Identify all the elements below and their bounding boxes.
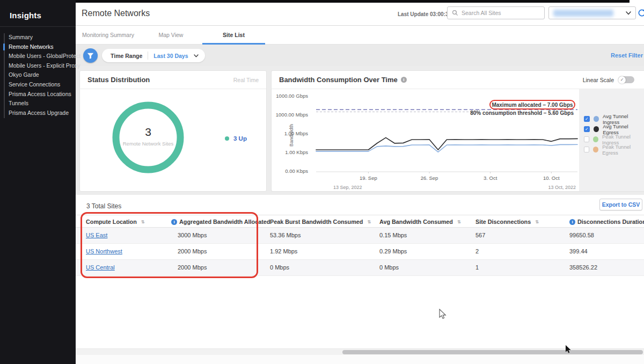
sidebar-item[interactable]: Prisma Access Locations (0, 90, 76, 99)
time-range-value[interactable]: Last 30 Days (153, 53, 188, 59)
sidebar-item[interactable]: Summary (0, 33, 76, 42)
svg-text:10. Oct: 10. Oct (543, 175, 560, 181)
info-icon[interactable]: i (401, 77, 407, 83)
tab-bar: Monitoring SummaryMap ViewSite List (76, 26, 644, 45)
chevron-down-icon (626, 11, 631, 15)
table-column-header[interactable]: i Disconnections Duration ⇅ (569, 215, 644, 228)
table-column-header[interactable]: i Peak Burst Bandwidth Consumed ⇅ (270, 215, 371, 228)
bandwidth-card: Bandwidth Consumption Over Time i Linear… (271, 70, 644, 192)
legend-item[interactable]: Avg Tunnel Ingress (579, 116, 644, 122)
total-sites-summary: 3 Total Sites (86, 202, 121, 210)
sidebar-item[interactable]: Tunnels (0, 99, 76, 108)
site-link-cell[interactable]: US Central (86, 264, 115, 271)
bandwidth-card-header: Bandwidth Consumption Over Time i Linear… (272, 71, 644, 89)
svg-text:Bandwidth: Bandwidth (289, 124, 294, 147)
sort-icon[interactable]: ⇅ (457, 220, 461, 224)
tenant-dropdown[interactable] (548, 6, 636, 19)
status-card-header: Status Distribution Real Time (80, 71, 266, 89)
legend-item[interactable]: Peak Tunnel Egress (579, 147, 644, 152)
export-to-csv-button[interactable]: Export to CSV (599, 199, 642, 210)
legend-series-dot (594, 116, 599, 122)
svg-text:3. Oct: 3. Oct (484, 175, 497, 181)
up-status-label: 3 Up (233, 135, 247, 142)
aggregated-bandwidth-cell: 2000 Mbps (178, 248, 207, 254)
peak-burst-cell: 0 Mbps (270, 264, 289, 271)
sidebar-title: Insights (10, 11, 41, 20)
info-icon[interactable]: i (569, 219, 575, 225)
toggle-knob-check-icon: ✓ (618, 76, 626, 84)
info-icon[interactable]: i (171, 219, 177, 225)
peak-burst-cell: 1.92 Mbps (270, 248, 297, 254)
sidebar-item[interactable]: Okyo Garde (0, 70, 76, 80)
real-time-label: Real Time (233, 77, 259, 83)
table-row: US Central 2000 Mbps 0 Mbps 0 Mbps 1 358… (76, 260, 644, 276)
donut-count-label: Remote Network Sites (106, 141, 191, 147)
table-column-header[interactable]: i Compute Location ⇅ (86, 215, 144, 228)
site-disconnections-cell: 1 (475, 264, 479, 271)
bandwidth-card-title: Bandwidth Consumption Over Time (279, 76, 398, 84)
disconnections-duration-cell: 358526.22 (569, 264, 597, 271)
site-link[interactable]: US Northwest (86, 248, 122, 254)
aggregated-bandwidth-cell: 3000 Mbps (178, 232, 207, 238)
svg-text:19. Sep: 19. Sep (360, 175, 377, 181)
sidebar-item[interactable]: Prisma Access Upgrade (0, 108, 76, 118)
cards-background: Status Distribution Real Time 3 Remote N… (76, 66, 644, 195)
sidebar-item[interactable]: Service Connections (0, 80, 76, 90)
sidebar-item[interactable]: Mobile Users - Explicit Proxy (0, 61, 76, 71)
svg-text:26. Sep: 26. Sep (421, 175, 438, 181)
sidebar-item[interactable]: Mobile Users - GlobalProtect (0, 52, 76, 61)
time-range-control[interactable]: Time Range Last 30 Days (102, 49, 205, 62)
legend-checkbox[interactable] (584, 136, 589, 142)
legend-checkbox[interactable] (584, 147, 589, 152)
linear-scale-control: Linear Scale ✓ (583, 76, 636, 83)
avg-bandwidth-cell: 0.15 Mbps (379, 232, 407, 238)
linear-scale-toggle[interactable]: ✓ (618, 76, 634, 83)
refresh-icon[interactable] (638, 9, 644, 17)
legend-item[interactable]: Peak Tunnel Ingress (579, 136, 644, 142)
svg-text:13 Sep, 2022: 13 Sep, 2022 (333, 185, 362, 190)
search-input[interactable] (462, 10, 534, 16)
sort-icon[interactable]: ⇅ (141, 220, 145, 224)
legend-item[interactable]: Avg Tunnel Egress (579, 126, 644, 132)
svg-text:1000.00 Gbps: 1000.00 Gbps (276, 93, 308, 99)
status-distribution-card: Status Distribution Real Time 3 Remote N… (79, 70, 267, 192)
table-header-row: i Compute Location ⇅ i Aggregated Bandwi… (76, 215, 644, 228)
sort-icon[interactable]: ⇅ (535, 220, 539, 224)
site-link-cell[interactable]: US East (86, 232, 107, 238)
funnel-icon (87, 53, 94, 59)
table-column-header[interactable]: i Avg Bandwidth Consumed ⇅ (379, 215, 461, 228)
bottom-margin (76, 355, 644, 364)
tab[interactable]: Site List (202, 26, 265, 45)
legend-checkbox[interactable] (584, 116, 590, 122)
table-column-header[interactable]: i Aggregated Bandwidth Allocated ⇅ (171, 215, 270, 228)
horizontal-scrollbar-track[interactable] (76, 348, 644, 355)
tenant-name-redacted (553, 10, 613, 17)
table-body: US East 3000 Mbps 53.36 Mbps 0.15 Mbps 5… (76, 228, 644, 276)
tab[interactable]: Map View (140, 26, 202, 45)
legend-checkbox[interactable] (584, 126, 590, 132)
table-row: US Northwest 2000 Mbps 1.92 Mbps 0.29 Mb… (76, 244, 644, 260)
sidebar-item[interactable]: Remote Networks (0, 42, 76, 52)
site-link[interactable]: US East (86, 232, 107, 238)
status-legend-item[interactable]: 3 Up (225, 135, 247, 142)
horizontal-scrollbar-thumb[interactable] (342, 350, 643, 354)
table-column-header[interactable]: i Site Disconnections ⇅ (475, 215, 539, 228)
legend-series-dot (594, 126, 599, 132)
status-card-title: Status Distribution (87, 76, 150, 84)
page-title: Remote Networks (82, 9, 150, 18)
search-box[interactable] (447, 6, 545, 19)
reset-filter-link[interactable]: Reset Filter (611, 52, 643, 59)
site-link[interactable]: US Central (86, 264, 115, 271)
threshold-annotation-text: 80% consumption threshold – 5.60 Gbps (435, 110, 574, 116)
sidebar: Insights SummaryRemote NetworksMobile Us… (0, 0, 76, 364)
search-icon (452, 10, 458, 16)
sort-icon[interactable]: ⇅ (367, 220, 371, 224)
filter-button[interactable] (83, 48, 98, 63)
site-link-cell[interactable]: US Northwest (86, 248, 122, 254)
max-allocated-text: Maximum allocated – 7.00 Gbps (492, 102, 573, 108)
donut-count: 3 (111, 126, 185, 139)
disconnections-duration-cell: 99650.58 (569, 232, 594, 238)
site-disconnections-cell: 567 (475, 232, 485, 238)
table-row: US East 3000 Mbps 53.36 Mbps 0.15 Mbps 5… (76, 228, 644, 244)
tab[interactable]: Monitoring Summary (77, 26, 140, 45)
